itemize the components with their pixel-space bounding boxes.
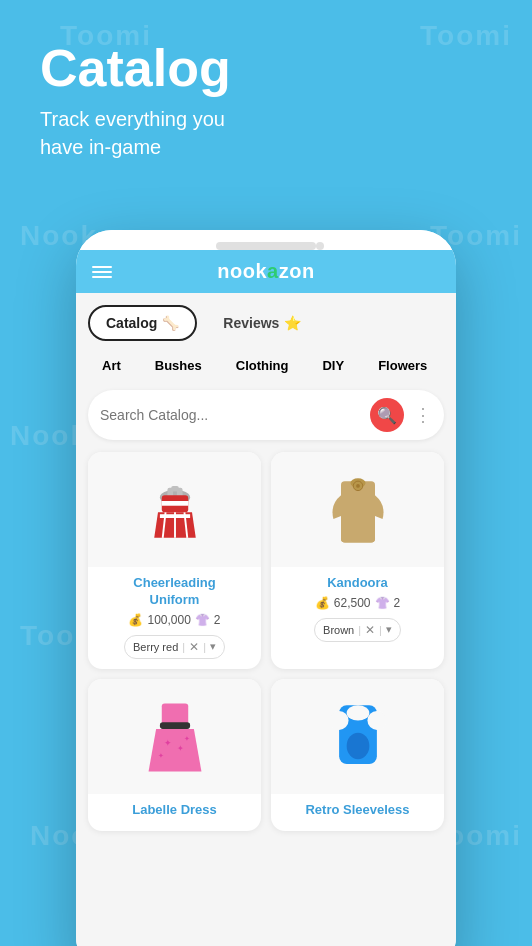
filter-row: Art Bushes Clothing DIY Flowers xyxy=(88,351,444,380)
color-tag-remove[interactable]: ✕ xyxy=(189,640,199,654)
product-name-labelle: Labelle Dress xyxy=(98,802,251,819)
menu-line xyxy=(92,271,112,273)
app-logo: nookazon xyxy=(217,260,314,283)
search-input[interactable] xyxy=(100,407,362,423)
tab-catalog[interactable]: Catalog 🦴 xyxy=(88,305,197,341)
app-header: nookazon xyxy=(76,250,456,293)
page-title: Catalog xyxy=(40,40,492,97)
color-tag-remove[interactable]: ✕ xyxy=(365,623,375,637)
product-name-cheerleading: CheerleadingUniform xyxy=(98,575,251,609)
product-price-cheerleading: 💰 100,000 👚 2 xyxy=(98,613,251,627)
tab-reviews-icon: ⭐ xyxy=(284,315,301,331)
svg-text:✦: ✦ xyxy=(184,735,190,742)
product-card-labelle[interactable]: ✦ ✦ ✦ ✦ Labelle Dress xyxy=(88,679,261,831)
variant-count: 2 xyxy=(394,596,401,610)
phone-mockup: nookazon Catalog 🦴 Reviews ⭐ Art Bushes … xyxy=(76,230,456,946)
filter-clothing[interactable]: Clothing xyxy=(222,351,303,380)
product-price-kandoora: 💰 62,500 👚 2 xyxy=(281,596,434,610)
product-grid: CheerleadingUniform 💰 100,000 👚 2 Berry … xyxy=(88,452,444,831)
phone-notch xyxy=(216,242,316,250)
tabs-row: Catalog 🦴 Reviews ⭐ xyxy=(88,305,444,341)
price-value: 100,000 xyxy=(147,613,190,627)
labelle-dress-image: ✦ ✦ ✦ ✦ xyxy=(135,694,215,779)
svg-point-25 xyxy=(367,711,386,730)
svg-point-27 xyxy=(346,733,369,759)
page-subtitle: Track everything youhave in-game xyxy=(40,105,492,161)
kandoora-image xyxy=(318,467,398,552)
product-image-retro xyxy=(271,679,444,794)
svg-point-24 xyxy=(329,711,348,730)
menu-button[interactable] xyxy=(92,266,112,278)
svg-text:✦: ✦ xyxy=(176,743,183,752)
price-icon: 💰 xyxy=(315,596,330,610)
svg-rect-4 xyxy=(161,501,187,506)
svg-rect-15 xyxy=(341,535,375,543)
svg-marker-18 xyxy=(148,729,201,772)
product-image-kandoora xyxy=(271,452,444,567)
color-tag-label: Brown xyxy=(323,624,354,636)
tab-reviews[interactable]: Reviews ⭐ xyxy=(205,305,319,341)
tab-catalog-icon: 🦴 xyxy=(162,315,179,331)
product-name-retro: Retro Sleeveless xyxy=(281,802,434,819)
product-info-labelle: Labelle Dress xyxy=(88,794,261,831)
svg-text:✦: ✦ xyxy=(158,752,164,759)
color-tag-berry-red: Berry red | ✕ | ▾ xyxy=(124,635,225,659)
color-tag-row-kandoora: Brown | ✕ | ▾ xyxy=(281,616,434,644)
variant-count: 2 xyxy=(214,613,221,627)
variant-icon: 👚 xyxy=(195,613,210,627)
header-section: Catalog Track everything youhave in-game xyxy=(0,0,532,181)
search-row: 🔍 ⋮ xyxy=(88,390,444,440)
product-info-kandoora: Kandoora 💰 62,500 👚 2 Brown | ✕ | xyxy=(271,567,444,652)
color-tag-expand[interactable]: ▾ xyxy=(386,623,392,636)
tab-reviews-label: Reviews xyxy=(223,315,279,331)
filter-bushes[interactable]: Bushes xyxy=(141,351,216,380)
svg-point-14 xyxy=(356,484,360,488)
product-info-cheerleading: CheerleadingUniform 💰 100,000 👚 2 Berry … xyxy=(88,567,261,669)
product-image-cheerleading xyxy=(88,452,261,567)
product-card-kandoora[interactable]: Kandoora 💰 62,500 👚 2 Brown | ✕ | xyxy=(271,452,444,669)
svg-point-26 xyxy=(346,705,369,720)
filter-art[interactable]: Art xyxy=(88,351,135,380)
product-name-kandoora: Kandoora xyxy=(281,575,434,592)
search-icon: 🔍 xyxy=(377,406,397,425)
phone-top xyxy=(76,230,456,250)
price-icon: 💰 xyxy=(128,613,143,627)
svg-rect-10 xyxy=(171,486,179,492)
filter-flowers[interactable]: Flowers xyxy=(364,351,441,380)
retro-sleeveless-image xyxy=(318,694,398,779)
more-options-icon[interactable]: ⋮ xyxy=(414,404,432,426)
filter-diy[interactable]: DIY xyxy=(308,351,358,380)
cheerleading-uniform-image xyxy=(135,467,215,552)
color-tag-expand[interactable]: ▾ xyxy=(210,640,216,653)
menu-line xyxy=(92,276,112,278)
product-card-retro[interactable]: Retro Sleeveless xyxy=(271,679,444,831)
svg-rect-16 xyxy=(161,703,187,724)
svg-rect-17 xyxy=(159,722,189,729)
price-value: 62,500 xyxy=(334,596,371,610)
logo-highlight: a xyxy=(267,260,279,282)
product-image-labelle: ✦ ✦ ✦ ✦ xyxy=(88,679,261,794)
product-info-retro: Retro Sleeveless xyxy=(271,794,444,831)
color-tag-label: Berry red xyxy=(133,641,178,653)
search-button[interactable]: 🔍 xyxy=(370,398,404,432)
svg-text:✦: ✦ xyxy=(163,737,171,748)
variant-icon: 👚 xyxy=(375,596,390,610)
app-content: Catalog 🦴 Reviews ⭐ Art Bushes Clothing … xyxy=(76,293,456,946)
product-card-cheerleading[interactable]: CheerleadingUniform 💰 100,000 👚 2 Berry … xyxy=(88,452,261,669)
menu-line xyxy=(92,266,112,268)
color-tag-row: Berry red | ✕ | ▾ xyxy=(98,633,251,661)
color-tag-brown: Brown | ✕ | ▾ xyxy=(314,618,401,642)
tab-catalog-label: Catalog xyxy=(106,315,157,331)
